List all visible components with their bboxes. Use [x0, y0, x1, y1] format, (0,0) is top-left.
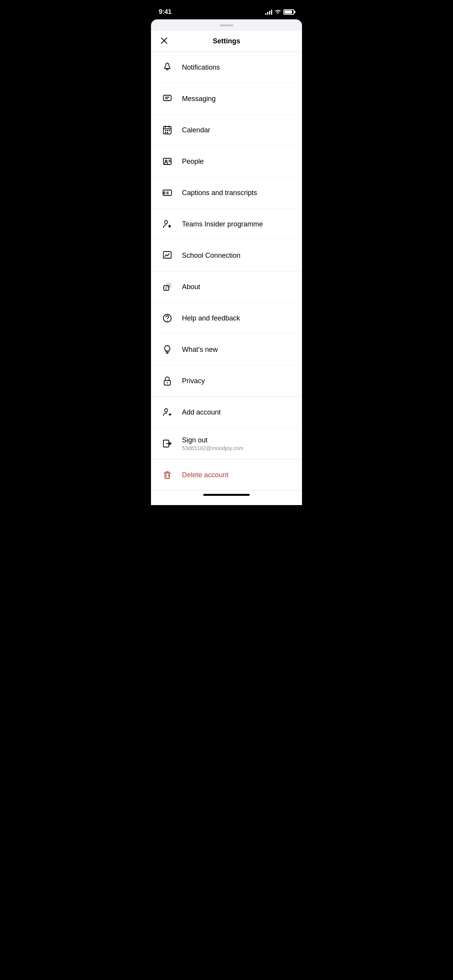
person-card-icon: [159, 153, 176, 170]
status-bar: 9:41: [151, 0, 302, 19]
whats-new-label: What's new: [182, 346, 218, 354]
settings-title: Settings: [213, 37, 240, 45]
svg-text:ij: ij: [168, 285, 169, 287]
calendar-label: Calendar: [182, 126, 210, 134]
svg-rect-18: [163, 190, 172, 195]
privacy-item[interactable]: Privacy: [151, 365, 302, 396]
svg-point-15: [165, 160, 167, 162]
calendar-item[interactable]: Calendar: [151, 115, 302, 146]
school-connection-label: School Connection: [182, 252, 240, 260]
lock-icon: [159, 372, 176, 389]
svg-rect-12: [165, 132, 166, 133]
svg-text:T: T: [165, 287, 167, 290]
main-settings-section: Notifications Messaging: [151, 52, 302, 271]
svg-point-31: [167, 382, 168, 384]
person-add-icon: [159, 404, 176, 421]
school-connection-item[interactable]: School Connection: [151, 240, 302, 271]
status-time: 9:41: [159, 8, 172, 16]
people-label: People: [182, 158, 204, 166]
help-label: Help and feedback: [182, 314, 240, 322]
cc-icon: [159, 184, 176, 201]
delete-account-item[interactable]: Delete account: [151, 459, 302, 490]
svg-rect-37: [165, 473, 170, 478]
sign-out-icon: [159, 435, 176, 452]
add-account-label: Add account: [182, 408, 221, 416]
messaging-item[interactable]: Messaging: [151, 83, 302, 115]
settings-content: Settings Notifications: [151, 31, 302, 491]
person-heart-icon: [159, 216, 176, 233]
about-section: T ij About Help and feedback: [151, 271, 302, 397]
close-button[interactable]: [159, 35, 170, 47]
home-indicator: [151, 491, 302, 505]
sheet-handle: [220, 24, 233, 26]
svg-rect-11: [169, 130, 170, 131]
svg-point-27: [167, 320, 168, 321]
svg-rect-13: [167, 132, 168, 133]
chart-box-icon: [159, 247, 176, 264]
privacy-label: Privacy: [182, 377, 205, 385]
svg-rect-2: [163, 95, 171, 101]
chat-icon: [159, 90, 176, 107]
svg-rect-10: [167, 130, 168, 131]
signal-bars-icon: [265, 9, 272, 15]
sign-out-email: 53d65182@moodjoy.com: [182, 445, 244, 451]
sign-out-text: Sign out 53d65182@moodjoy.com: [182, 436, 244, 451]
home-bar: [203, 494, 250, 496]
about-item[interactable]: T ij About: [151, 271, 302, 303]
about-label: About: [182, 283, 200, 291]
wifi-icon: [275, 9, 281, 15]
add-account-item[interactable]: Add account: [151, 397, 302, 428]
question-circle-icon: [159, 310, 176, 327]
danger-section: Delete account: [151, 459, 302, 491]
sheet-handle-area: [151, 19, 302, 31]
notifications-label: Notifications: [182, 63, 220, 72]
svg-rect-20: [163, 252, 171, 258]
people-item[interactable]: People: [151, 146, 302, 177]
teams-logo-icon: T ij: [159, 278, 176, 295]
whats-new-item[interactable]: What's new: [151, 334, 302, 365]
teams-insider-label: Teams Insider programme: [182, 220, 263, 228]
calendar-icon: [159, 122, 176, 139]
battery-icon: [283, 9, 294, 15]
account-section: Add account Sign out 53d65182@moodjoy.co…: [151, 397, 302, 459]
messaging-label: Messaging: [182, 95, 216, 103]
teams-insider-item[interactable]: Teams Insider programme: [151, 209, 302, 240]
bell-icon: [159, 59, 176, 76]
sign-out-label: Sign out: [182, 436, 244, 444]
notifications-item[interactable]: Notifications: [151, 52, 302, 83]
delete-account-label: Delete account: [182, 471, 228, 479]
help-item[interactable]: Help and feedback: [151, 303, 302, 334]
settings-header: Settings: [151, 31, 302, 52]
status-icons: [265, 9, 294, 15]
lightbulb-icon: [159, 341, 176, 358]
phone-container: 9:41: [151, 0, 302, 505]
captions-item[interactable]: Captions and transcripts: [151, 177, 302, 209]
svg-point-19: [165, 221, 168, 224]
trash-icon: [159, 466, 176, 483]
sign-out-item[interactable]: Sign out 53d65182@moodjoy.com: [151, 428, 302, 459]
svg-rect-9: [165, 130, 166, 131]
captions-label: Captions and transcripts: [182, 189, 257, 197]
svg-point-32: [165, 409, 168, 412]
